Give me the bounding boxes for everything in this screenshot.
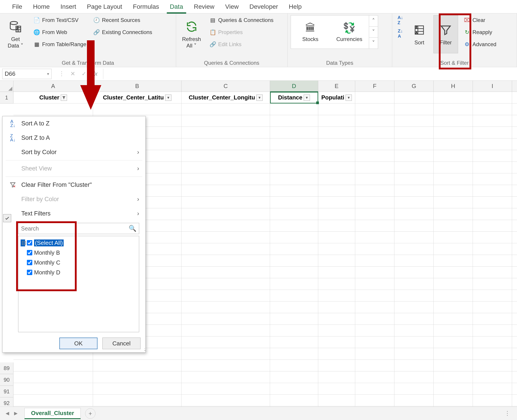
cell[interactable] <box>182 197 270 208</box>
cell[interactable] <box>434 138 473 150</box>
cell[interactable] <box>434 255 473 267</box>
cell[interactable] <box>182 348 270 360</box>
cell[interactable] <box>473 92 512 104</box>
cell[interactable] <box>355 243 395 255</box>
cell[interactable] <box>512 301 517 313</box>
cell[interactable] <box>473 325 512 337</box>
cell[interactable] <box>395 267 434 278</box>
cell[interactable] <box>512 197 517 208</box>
tab-file[interactable]: File <box>7 0 28 13</box>
cell[interactable] <box>182 138 270 150</box>
cell[interactable] <box>93 371 182 383</box>
cell[interactable] <box>14 104 93 115</box>
cell[interactable] <box>318 348 355 360</box>
from-text-csv-button[interactable]: 📄From Text/CSV <box>32 15 88 25</box>
cell[interactable] <box>182 208 270 220</box>
filter-item-monthly-d[interactable]: Monthly D <box>21 267 137 277</box>
cell[interactable] <box>512 371 517 383</box>
col-header-f[interactable]: F <box>355 81 395 92</box>
cell[interactable] <box>473 220 512 232</box>
cell[interactable] <box>512 337 517 348</box>
chevron-more-icon[interactable]: ˅ <box>369 38 378 49</box>
filter-dropdown-lat[interactable]: ▾ <box>165 95 171 101</box>
cell[interactable] <box>395 220 434 232</box>
cell[interactable] <box>512 325 517 337</box>
cell[interactable] <box>355 104 395 115</box>
cell[interactable] <box>318 371 355 383</box>
cell[interactable] <box>512 395 517 406</box>
cell[interactable] <box>395 290 434 301</box>
cell[interactable] <box>93 104 182 115</box>
cell[interactable] <box>355 115 395 127</box>
cell[interactable] <box>434 278 473 290</box>
cell[interactable] <box>473 150 512 162</box>
tab-developer[interactable]: Developer <box>244 0 283 13</box>
tab-formulas[interactable]: Formulas <box>128 0 165 13</box>
cell[interactable] <box>512 290 517 301</box>
cell[interactable] <box>318 138 355 150</box>
cell[interactable] <box>270 360 318 371</box>
header-cell-distance[interactable]: Distance ▾ <box>270 92 318 104</box>
cell[interactable] <box>512 92 517 104</box>
ok-button[interactable]: OK <box>59 338 98 349</box>
cell[interactable] <box>395 301 434 313</box>
cell[interactable] <box>395 127 434 138</box>
cell[interactable] <box>93 383 182 395</box>
cancel-button[interactable]: Cancel <box>102 338 141 349</box>
cell[interactable] <box>14 383 93 395</box>
cell[interactable] <box>182 325 270 337</box>
cell[interactable] <box>473 395 512 406</box>
cell[interactable] <box>512 313 517 325</box>
cell[interactable] <box>318 173 355 185</box>
checkbox-monthly-d[interactable] <box>27 270 32 275</box>
cell[interactable] <box>318 220 355 232</box>
cell[interactable] <box>512 360 517 371</box>
cell[interactable] <box>355 208 395 220</box>
cell[interactable] <box>473 360 512 371</box>
cell[interactable] <box>434 185 473 197</box>
cell[interactable] <box>395 325 434 337</box>
sort-za-button[interactable]: Z↓A <box>395 29 405 38</box>
cell[interactable] <box>512 185 517 197</box>
cell[interactable] <box>512 348 517 360</box>
row-header-92[interactable]: 92 <box>0 397 14 406</box>
cell[interactable] <box>318 255 355 267</box>
cell[interactable] <box>270 173 318 185</box>
cell[interactable] <box>182 395 270 406</box>
cell[interactable] <box>270 138 318 150</box>
from-table-button[interactable]: ▦From Table/Range <box>32 39 88 49</box>
clear-filter-button[interactable]: ⌧Clear <box>462 15 498 25</box>
cell[interactable] <box>318 197 355 208</box>
cell[interactable] <box>395 138 434 150</box>
cell[interactable] <box>473 267 512 278</box>
add-sheet-button[interactable]: ＋ <box>85 408 95 419</box>
cell[interactable] <box>395 173 434 185</box>
cell[interactable] <box>473 313 512 325</box>
cell[interactable] <box>355 395 395 406</box>
cell[interactable] <box>395 337 434 348</box>
cell[interactable] <box>318 383 355 395</box>
cell[interactable] <box>355 360 395 371</box>
cell[interactable] <box>434 173 473 185</box>
cell[interactable] <box>434 371 473 383</box>
cell[interactable] <box>318 232 355 243</box>
tab-review[interactable]: Review <box>189 0 220 13</box>
filter-button[interactable]: Filter <box>433 15 458 53</box>
header-cell-lat[interactable]: Cluster_Center_Latitu ▾ <box>93 92 182 104</box>
cell[interactable] <box>512 150 517 162</box>
tab-help[interactable]: Help <box>283 0 307 13</box>
cell[interactable] <box>182 150 270 162</box>
cell[interactable] <box>270 371 318 383</box>
row-header-90[interactable]: 90 <box>0 374 14 386</box>
cell[interactable] <box>355 301 395 313</box>
filter-dropdown-lon[interactable]: ▾ <box>256 95 263 101</box>
cell[interactable] <box>473 255 512 267</box>
row-header-89[interactable]: 89 <box>0 362 14 374</box>
filter-item-select-all[interactable]: ⊟ (Select All) <box>21 238 137 248</box>
cell[interactable] <box>473 232 512 243</box>
cell[interactable] <box>270 278 318 290</box>
cell[interactable] <box>270 255 318 267</box>
cell[interactable] <box>473 162 512 173</box>
cell[interactable] <box>395 185 434 197</box>
cell[interactable] <box>473 278 512 290</box>
